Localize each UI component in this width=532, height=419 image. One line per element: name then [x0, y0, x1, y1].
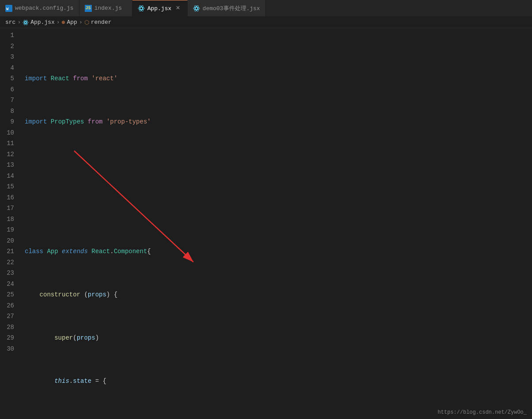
code-area[interactable]: 12345 678910 1112131415 1617181920 21222… — [0, 28, 532, 419]
webpack-icon: W — [5, 5, 12, 12]
url-text: https://blog.csdn.net/ZywOo_ — [438, 408, 527, 415]
breadcrumb-app: App — [67, 19, 77, 26]
tab-demo03[interactable]: demo03事件处理.jsx — [188, 0, 266, 16]
editor: 12345 678910 1112131415 1617181920 21222… — [0, 28, 532, 419]
breadcrumb-icon2: ⊕ — [62, 19, 65, 26]
tab-index-label: index.js — [94, 5, 122, 11]
breadcrumb-sep1: › — [17, 19, 21, 26]
tab-close-button[interactable]: × — [174, 4, 182, 12]
tab-webpack-label: webpack.config.js — [15, 5, 74, 11]
tab-index[interactable]: JS index.js — [79, 0, 132, 16]
breadcrumb-react-icon1 — [23, 19, 29, 26]
breadcrumb-render: render — [91, 19, 112, 26]
code-content[interactable]: import React from 'react' import PropTyp… — [21, 28, 532, 419]
breadcrumb-sep2: › — [57, 19, 60, 26]
code-line-2: import PropTypes from 'prop-types' — [23, 116, 532, 127]
tab-webpack[interactable]: W webpack.config.js — [0, 0, 79, 16]
breadcrumb-icon3: ⬡ — [84, 19, 89, 26]
code-line-8: this.state = { — [23, 376, 532, 387]
js-icon: JS — [85, 5, 92, 12]
jsx2-icon — [193, 5, 200, 12]
tab-app-label: App.jsx — [147, 5, 172, 12]
code-line-3 — [23, 160, 532, 171]
code-line-1: import React from 'react' — [23, 73, 532, 84]
breadcrumb-src: src — [5, 19, 15, 26]
breadcrumb-sep3: › — [79, 19, 83, 26]
breadcrumb-appjsx: App.jsx — [30, 19, 55, 26]
svg-text:W: W — [6, 7, 9, 11]
breadcrumb: src › App.jsx › ⊕ App › ⬡ render — [0, 17, 532, 28]
annotation-arrow — [21, 28, 532, 419]
code-line-5: class App extends React.Component{ — [23, 246, 532, 257]
code-line-6: constructor (props) { — [23, 289, 532, 300]
tab-app[interactable]: App.jsx × — [132, 0, 188, 16]
svg-point-7 — [193, 7, 200, 10]
line-numbers: 12345 678910 1112131415 1617181920 21222… — [0, 28, 21, 419]
tab-bar: W webpack.config.js JS index.js App.jsx … — [0, 0, 532, 17]
code-line-4 — [23, 203, 532, 214]
tab-demo03-label: demo03事件处理.jsx — [203, 4, 260, 12]
svg-point-3 — [138, 7, 144, 10]
code-line-7: super(props) — [23, 333, 532, 344]
jsx-icon — [138, 5, 145, 12]
